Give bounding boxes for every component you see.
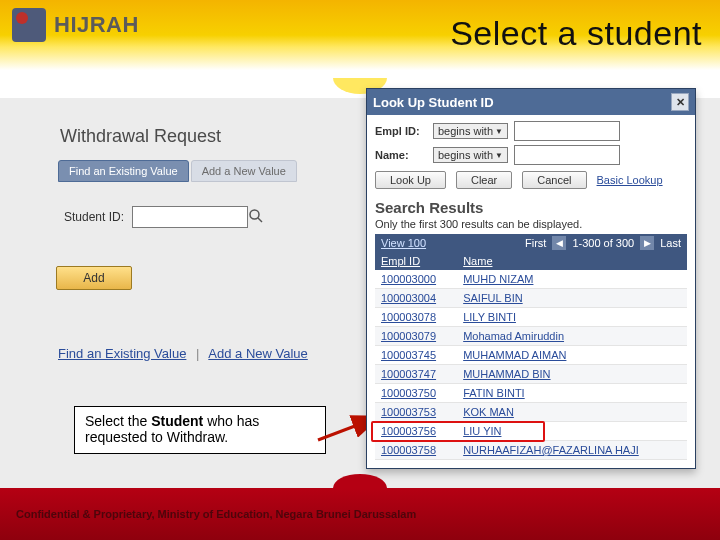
popup-body: Empl ID: begins with▼ Name: begins with▼…	[367, 115, 695, 468]
section-title: Withdrawal Request	[60, 126, 221, 147]
clear-button[interactable]: Clear	[456, 171, 512, 189]
results-navbar: View 100 First ◀ 1-300 of 300 ▶ Last	[375, 234, 687, 252]
cell-empl-id[interactable]: 100003750	[375, 384, 457, 403]
svg-point-0	[250, 210, 259, 219]
cell-name[interactable]: KOK MAN	[457, 403, 687, 422]
cell-empl-id[interactable]: 100003745	[375, 346, 457, 365]
col-empl-id[interactable]: Empl ID	[375, 252, 457, 270]
table-row[interactable]: 100003756LIU YIN	[375, 422, 687, 441]
link-separator: |	[196, 346, 199, 361]
table-row[interactable]: 100003745MUHAMMAD AIMAN	[375, 346, 687, 365]
search-results-heading: Search Results	[375, 199, 687, 216]
next-icon[interactable]: ▶	[640, 236, 654, 250]
lookup-icon[interactable]	[248, 208, 264, 224]
table-row[interactable]: 100003750FATIN BINTI	[375, 384, 687, 403]
prev-icon[interactable]: ◀	[552, 236, 566, 250]
callout-prefix: Select the	[85, 413, 151, 429]
cell-name[interactable]: MUHAMMAD BIN	[457, 365, 687, 384]
logo: HIJRAH	[12, 8, 139, 42]
chevron-down-icon: ▼	[495, 127, 503, 136]
view-100-link[interactable]: View 100	[381, 237, 426, 249]
cell-name[interactable]: MUHAMMAD AIMAN	[457, 346, 687, 365]
tab-add-new[interactable]: Add a New Value	[191, 160, 297, 182]
cell-empl-id[interactable]: 100003079	[375, 327, 457, 346]
cell-empl-id[interactable]: 100003004	[375, 289, 457, 308]
name-label: Name:	[375, 149, 427, 161]
col-name[interactable]: Name	[457, 252, 687, 270]
lookup-popup: Look Up Student ID ✕ Empl ID: begins wit…	[366, 88, 696, 469]
cell-empl-id[interactable]: 100003747	[375, 365, 457, 384]
table-row[interactable]: 100003000MUHD NIZAM	[375, 270, 687, 289]
pager: First ◀ 1-300 of 300 ▶ Last	[525, 236, 681, 250]
results-table-wrap: Empl ID Name 100003000MUHD NIZAM10000300…	[375, 252, 687, 460]
close-icon[interactable]: ✕	[671, 93, 689, 111]
header-band: HIJRAH Select a student	[0, 0, 720, 78]
instruction-callout: Select the Student who has requested to …	[74, 406, 326, 454]
cell-empl-id[interactable]: 100003758	[375, 441, 457, 460]
bottom-links: Find an Existing Value | Add a New Value	[58, 346, 308, 361]
student-id-label: Student ID:	[64, 210, 124, 224]
popup-buttons: Look Up Clear Cancel Basic Lookup	[375, 171, 687, 189]
chevron-down-icon: ▼	[495, 151, 503, 160]
cell-name[interactable]: SAIFUL BIN	[457, 289, 687, 308]
first-link[interactable]: First	[525, 237, 546, 249]
popup-title: Look Up Student ID	[373, 95, 494, 110]
cell-name[interactable]: NURHAAFIZAH@FAZARLINA HAJI	[457, 441, 687, 460]
name-row: Name: begins with▼	[375, 145, 687, 165]
empl-id-input[interactable]	[514, 121, 620, 141]
cell-name[interactable]: LILY BINTI	[457, 308, 687, 327]
cell-name[interactable]: FATIN BINTI	[457, 384, 687, 403]
cell-empl-id[interactable]: 100003000	[375, 270, 457, 289]
cell-name[interactable]: Mohamad Amiruddin	[457, 327, 687, 346]
range-text: 1-300 of 300	[572, 237, 634, 249]
footer: Confidential & Proprietary, Ministry of …	[0, 488, 720, 540]
slide-stage: HIJRAH Select a student Withdrawal Reque…	[0, 0, 720, 540]
svg-line-1	[258, 218, 262, 222]
cell-name[interactable]: MUHD NIZAM	[457, 270, 687, 289]
cell-empl-id[interactable]: 100003753	[375, 403, 457, 422]
table-row[interactable]: 100003004SAIFUL BIN	[375, 289, 687, 308]
name-op-select[interactable]: begins with▼	[433, 147, 508, 163]
lookup-button[interactable]: Look Up	[375, 171, 446, 189]
callout-bold: Student	[151, 413, 203, 429]
cell-empl-id[interactable]: 100003078	[375, 308, 457, 327]
empl-id-op-select[interactable]: begins with▼	[433, 123, 508, 139]
empl-id-label: Empl ID:	[375, 125, 427, 137]
popup-header: Look Up Student ID ✕	[367, 89, 695, 115]
logo-text: HIJRAH	[54, 12, 139, 38]
name-input[interactable]	[514, 145, 620, 165]
results-table: Empl ID Name 100003000MUHD NIZAM10000300…	[375, 252, 687, 460]
link-find-existing[interactable]: Find an Existing Value	[58, 346, 186, 361]
results-limit-note: Only the first 300 results can be displa…	[375, 218, 687, 230]
page-tabs: Find an Existing Value Add a New Value	[58, 160, 299, 182]
link-add-new[interactable]: Add a New Value	[208, 346, 308, 361]
tab-find-existing[interactable]: Find an Existing Value	[58, 160, 189, 182]
cell-name[interactable]: LIU YIN	[457, 422, 687, 441]
cell-empl-id[interactable]: 100003756	[375, 422, 457, 441]
content-area: Withdrawal Request Find an Existing Valu…	[0, 98, 720, 488]
table-row[interactable]: 100003758NURHAAFIZAH@FAZARLINA HAJI	[375, 441, 687, 460]
last-link[interactable]: Last	[660, 237, 681, 249]
table-row[interactable]: 100003747MUHAMMAD BIN	[375, 365, 687, 384]
table-row[interactable]: 100003079Mohamad Amiruddin	[375, 327, 687, 346]
empl-id-row: Empl ID: begins with▼	[375, 121, 687, 141]
basic-lookup-link[interactable]: Basic Lookup	[597, 174, 663, 186]
cancel-button[interactable]: Cancel	[522, 171, 586, 189]
add-button[interactable]: Add	[56, 266, 132, 290]
footer-text: Confidential & Proprietary, Ministry of …	[16, 508, 416, 520]
page-title: Select a student	[450, 14, 702, 53]
app-panel: Withdrawal Request Find an Existing Valu…	[36, 102, 684, 484]
logo-icon	[12, 8, 46, 42]
student-id-input[interactable]	[132, 206, 248, 228]
table-row[interactable]: 100003078LILY BINTI	[375, 308, 687, 327]
table-row[interactable]: 100003753KOK MAN	[375, 403, 687, 422]
